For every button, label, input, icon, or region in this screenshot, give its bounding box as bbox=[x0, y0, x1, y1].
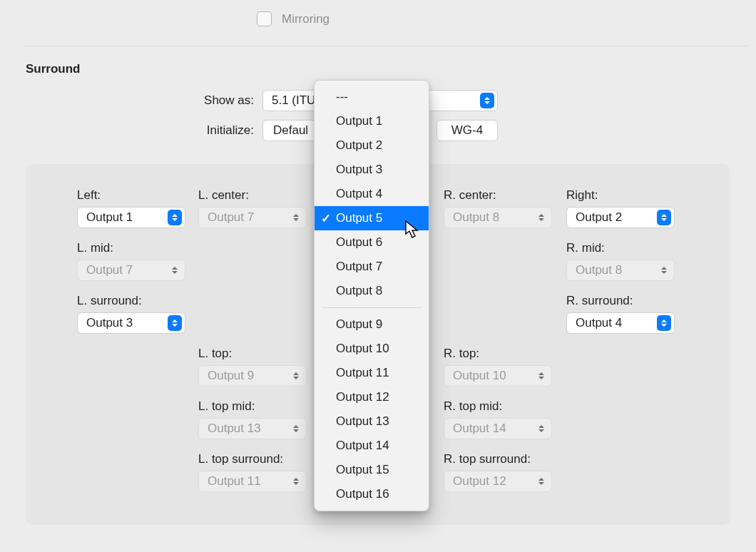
r-top-surround-value: Output 12 bbox=[453, 474, 530, 489]
r-top-surround-popup[interactable]: Output 12 bbox=[444, 471, 552, 492]
menu-item[interactable]: Output 5 bbox=[315, 206, 429, 230]
chevrons-icon bbox=[657, 210, 671, 225]
left-value: Output 1 bbox=[86, 210, 163, 225]
chevrons-icon bbox=[657, 315, 671, 331]
r-mid-popup[interactable]: Output 8 bbox=[566, 260, 675, 281]
chevrons-icon bbox=[289, 368, 303, 384]
r-surround-value: Output 4 bbox=[576, 316, 653, 330]
left-popup[interactable]: Output 1 bbox=[77, 207, 185, 228]
menu-item[interactable]: Output 14 bbox=[315, 434, 429, 458]
initialize-default-label: Defaul bbox=[273, 123, 308, 138]
divider bbox=[24, 46, 749, 46]
menu-item[interactable]: Output 13 bbox=[315, 409, 429, 434]
l-mid-value: Output 7 bbox=[86, 263, 163, 277]
right-label: Right: bbox=[566, 188, 686, 203]
r-surround-label: R. surround: bbox=[566, 294, 686, 308]
r-top-mid-popup[interactable]: Output 14 bbox=[444, 418, 552, 439]
r-top-mid-label: R. top mid: bbox=[444, 399, 563, 414]
menu-item[interactable]: Output 1 bbox=[315, 109, 429, 133]
chevrons-icon bbox=[534, 368, 548, 384]
l-top-surround-value: Output 11 bbox=[208, 474, 285, 489]
r-top-label: R. top: bbox=[444, 347, 563, 361]
chevrons-icon bbox=[534, 474, 548, 489]
l-mid-popup[interactable]: Output 7 bbox=[77, 260, 185, 281]
l-top-value: Output 9 bbox=[208, 369, 285, 383]
r-center-value: Output 8 bbox=[453, 210, 530, 225]
menu-item[interactable]: Output 16 bbox=[315, 482, 429, 506]
l-center-value: Output 7 bbox=[208, 210, 285, 225]
r-mid-label: R. mid: bbox=[566, 241, 686, 255]
l-surround-value: Output 3 bbox=[86, 316, 163, 330]
l-top-surround-popup[interactable]: Output 11 bbox=[198, 471, 307, 492]
menu-item[interactable]: Output 7 bbox=[315, 255, 429, 279]
l-center-popup[interactable]: Output 7 bbox=[198, 207, 307, 228]
initialize-label: Initialize: bbox=[180, 123, 254, 138]
menu-item[interactable]: Output 11 bbox=[315, 361, 429, 385]
center-output-menu[interactable]: ---Output 1Output 2Output 3Output 4Outpu… bbox=[314, 80, 429, 511]
left-label: Left: bbox=[77, 188, 197, 203]
l-surround-label: L. surround: bbox=[77, 294, 197, 308]
initialize-wg4-button[interactable]: WG-4 bbox=[436, 120, 498, 141]
l-top-mid-popup[interactable]: Output 13 bbox=[198, 418, 307, 439]
chevrons-icon bbox=[168, 262, 182, 278]
chevrons-icon bbox=[289, 474, 303, 489]
chevrons-icon bbox=[534, 210, 548, 225]
menu-item[interactable]: Output 12 bbox=[315, 385, 429, 409]
menu-item[interactable]: Output 10 bbox=[315, 337, 429, 361]
chevrons-icon bbox=[168, 315, 182, 331]
menu-item[interactable]: Output 2 bbox=[315, 133, 429, 158]
menu-item[interactable]: Output 4 bbox=[315, 182, 429, 206]
initialize-wg4-label: WG-4 bbox=[451, 123, 483, 138]
menu-item[interactable]: --- bbox=[315, 85, 429, 109]
show-as-label: Show as: bbox=[180, 93, 254, 108]
menu-separator bbox=[322, 307, 422, 308]
chevrons-icon bbox=[289, 421, 303, 436]
mirroring-label: Mirroring bbox=[282, 12, 330, 26]
r-top-value: Output 10 bbox=[453, 369, 530, 383]
r-surround-popup[interactable]: Output 4 bbox=[566, 312, 675, 334]
l-top-popup[interactable]: Output 9 bbox=[198, 365, 307, 387]
l-center-label: L. center: bbox=[198, 188, 318, 203]
menu-item[interactable]: Output 15 bbox=[315, 458, 429, 482]
chevrons-icon bbox=[657, 262, 671, 278]
menu-item[interactable]: Output 9 bbox=[315, 312, 429, 337]
r-center-label: R. center: bbox=[444, 188, 563, 203]
r-mid-value: Output 8 bbox=[576, 263, 653, 277]
r-center-popup[interactable]: Output 8 bbox=[444, 207, 552, 228]
menu-item[interactable]: Output 6 bbox=[315, 230, 429, 255]
l-top-mid-value: Output 13 bbox=[208, 421, 285, 436]
chevrons-icon bbox=[480, 93, 494, 108]
menu-item[interactable]: Output 3 bbox=[315, 158, 429, 182]
right-popup[interactable]: Output 2 bbox=[566, 207, 675, 228]
l-mid-label: L. mid: bbox=[77, 241, 197, 255]
menu-item[interactable]: Output 8 bbox=[315, 279, 429, 303]
l-surround-popup[interactable]: Output 3 bbox=[77, 312, 185, 334]
right-value: Output 2 bbox=[576, 210, 653, 225]
l-top-label: L. top: bbox=[198, 347, 318, 361]
r-top-surround-label: R. top surround: bbox=[444, 452, 579, 466]
chevrons-icon bbox=[534, 421, 548, 436]
r-top-mid-value: Output 14 bbox=[453, 421, 530, 436]
chevrons-icon bbox=[168, 210, 182, 225]
surround-section-title: Surround bbox=[26, 62, 81, 76]
chevrons-icon bbox=[289, 210, 303, 225]
r-top-popup[interactable]: Output 10 bbox=[444, 365, 552, 387]
mirroring-checkbox[interactable] bbox=[257, 11, 272, 26]
l-top-mid-label: L. top mid: bbox=[198, 399, 318, 414]
